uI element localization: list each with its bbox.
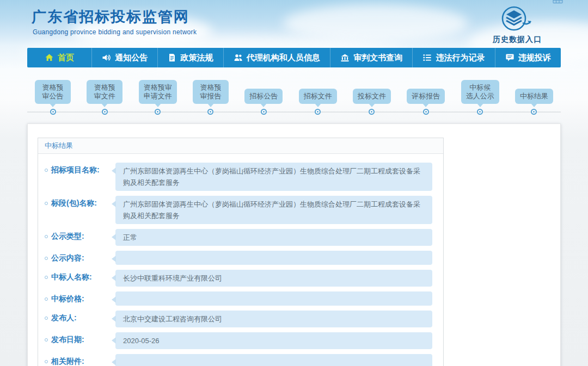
field-value (115, 251, 432, 265)
site-subtitle: Guangdong province bidding and supervisi… (27, 28, 561, 36)
step-dot-icon (50, 109, 56, 115)
field-row-project-name: 招标项目名称: 广州东部固体资源再生中心（萝岗福山循环经济产业园）生物质综合处理… (45, 163, 432, 191)
field-label: 发布日期: (45, 332, 110, 345)
field-row-attachments: 相关附件: (45, 354, 432, 366)
field-row-winning-price: 中标价格: (45, 291, 432, 306)
history-entry-label: 历史数据入口 (493, 35, 542, 45)
list-icon (422, 53, 432, 62)
bullet-circle-icon (45, 276, 48, 279)
nav-label: 政策法规 (180, 53, 213, 63)
step-bubble: 资格预 审报告 (193, 80, 229, 104)
nav-label: 代理机构和人员信息 (247, 53, 320, 63)
field-label: 发布人: (45, 311, 110, 323)
people-icon (234, 53, 243, 62)
step-bubble: 招标文件 (299, 89, 337, 104)
field-label-text: 相关附件: (51, 357, 84, 366)
field-row-publish-date: 发布日期: 2020-05-26 (45, 332, 432, 349)
nav-label: 通知公告 (115, 53, 148, 63)
field-label-text: 中标价格: (51, 294, 84, 304)
bullet-circle-icon (45, 169, 48, 172)
step-dot-icon (477, 109, 483, 115)
step-bubble: 资格预 审文件 (87, 80, 122, 104)
step-bid-document[interactable]: 投标文件 (353, 89, 391, 115)
bullet-circle-icon (45, 257, 48, 260)
step-dot-icon (207, 109, 213, 115)
step-bubble: 投标文件 (353, 89, 391, 104)
step-bubble: 资格预审 申请文件 (139, 80, 177, 104)
nav-item-notices[interactable]: 通知公告 (91, 48, 157, 67)
field-row-publisher: 发布人: 北京中交建设工程咨询有限公司 (45, 311, 432, 327)
step-dot-icon (155, 109, 161, 115)
step-prequalification-report[interactable]: 资格预 审报告 (193, 80, 229, 115)
field-value (115, 291, 432, 306)
step-prequalification-notice[interactable]: 资格预 审公告 (35, 80, 71, 115)
step-prequalification-document[interactable]: 资格预 审文件 (87, 80, 122, 115)
content-wrapper: 中标结果 招标项目名称: 广州东部固体资源再生中心（萝岗福山循环经济产业园）生物… (27, 123, 561, 366)
step-bubble: 中标结果 (515, 89, 553, 104)
site-header: 广东省招标投标监管网 Guangdong province bidding an… (27, 0, 561, 48)
nav-label: 审判文书查询 (353, 53, 402, 63)
nav-item-home[interactable]: 首页 (27, 48, 91, 67)
step-bid-result[interactable]: 中标结果 (515, 89, 553, 115)
bullet-circle-icon (45, 317, 48, 320)
field-row-publicity-content: 公示内容: (45, 251, 432, 265)
step-tender-notice[interactable]: 招标公告 (244, 89, 283, 115)
document-icon (168, 53, 176, 62)
field-label-text: 发布日期: (51, 335, 84, 345)
field-label: 中标人名称: (45, 270, 110, 282)
calendar-grid-icon[interactable] (553, 0, 563, 6)
field-label: 公示类型: (45, 229, 110, 241)
step-prequalification-application[interactable]: 资格预审 申请文件 (139, 80, 177, 115)
step-bubble: 中标候 选人公示 (461, 80, 499, 104)
bid-result-panel: 中标结果 招标项目名称: 广州东部固体资源再生中心（萝岗福山循环经济产业园）生物… (38, 138, 444, 366)
speaker-icon (102, 53, 111, 62)
main-nav: 首页 通知公告 (27, 48, 561, 67)
nav-item-agencies[interactable]: 代理机构和人员信息 (223, 48, 330, 67)
home-icon (45, 53, 54, 62)
field-row-winner-name: 中标人名称: 长沙中联重科环境产业有限公司 (45, 270, 432, 287)
step-bubble: 招标公告 (244, 89, 283, 104)
bullet-circle-icon (45, 360, 48, 363)
step-dot-icon (102, 109, 108, 115)
nav-item-complaints[interactable]: 违规投诉 (495, 48, 561, 67)
field-row-publicity-type: 公示类型: 正常 (45, 229, 432, 246)
field-value: 北京中交建设工程咨询有限公司 (115, 311, 432, 327)
panel-title: 中标结果 (38, 138, 443, 154)
field-label: 中标价格: (45, 291, 110, 304)
bullet-circle-icon (45, 235, 48, 238)
nav-label: 首页 (58, 53, 74, 63)
chat-bubble-icon (505, 53, 514, 62)
page: 广东省招标投标监管网 Guangdong province bidding an… (0, 0, 588, 366)
step-evaluation-report[interactable]: 评标报告 (407, 89, 445, 115)
field-label-text: 中标人名称: (51, 272, 92, 282)
field-label: 标段(包)名称: (45, 196, 110, 208)
field-label-text: 招标项目名称: (51, 165, 100, 175)
nav-label: 违法行为记录 (436, 53, 485, 63)
field-label-text: 公示类型: (51, 232, 84, 241)
process-steps: 资格预 审公告 资格预 审文件 资格预审 申请文件 资格预 审报告 招标公告 招… (27, 74, 561, 115)
field-label: 相关附件: (45, 354, 110, 366)
step-tender-document[interactable]: 招标文件 (299, 89, 337, 115)
bank-icon (340, 53, 350, 62)
nav-item-violations[interactable]: 违法行为记录 (412, 48, 494, 67)
step-bubble: 资格预 审公告 (35, 80, 71, 104)
bullet-circle-icon (45, 297, 48, 301)
field-label-text: 公示内容: (51, 253, 84, 263)
field-label-text: 发布人: (51, 313, 77, 323)
field-value: 广州东部固体资源再生中心（萝岗福山循环经济产业园）生物质综合处理厂二期工程成套设… (115, 163, 432, 191)
field-value: 正常 (115, 229, 432, 246)
nav-item-judgments[interactable]: 审判文书查询 (330, 48, 412, 67)
nav-item-policies[interactable]: 政策法规 (157, 48, 223, 67)
panel-body: 招标项目名称: 广州东部固体资源再生中心（萝岗福山循环经济产业园）生物质综合处理… (38, 154, 443, 366)
field-value (115, 354, 432, 366)
layers-arrow-icon (500, 5, 534, 34)
step-dot-icon (531, 109, 537, 115)
nav-label: 违规投诉 (518, 53, 551, 63)
step-dot-icon (315, 109, 321, 115)
step-dot-icon (369, 109, 375, 115)
step-candidate-publicity[interactable]: 中标候 选人公示 (461, 80, 499, 115)
step-dot-icon (261, 109, 267, 115)
site-title: 广东省招标投标监管网 (27, 7, 561, 27)
history-data-entry[interactable]: 历史数据入口 (485, 5, 550, 45)
field-label: 公示内容: (45, 251, 110, 263)
